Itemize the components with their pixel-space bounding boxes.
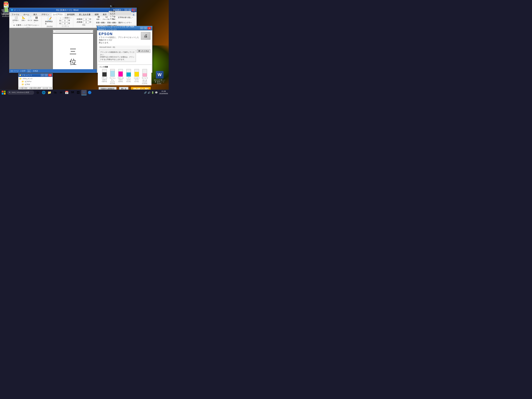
ribbon-group-label-page-setup: ページ設定 (22, 27, 30, 28)
fe-item-pictures[interactable]: 📁 ピクチャ (19, 80, 51, 83)
tab-file[interactable]: ファイル (9, 13, 21, 16)
taskbar-word-icon[interactable]: W (81, 90, 87, 95)
tab-layout[interactable]: レイアウト (51, 13, 65, 16)
taskbar-explorer-icon[interactable]: 📁 (47, 90, 52, 95)
epson-minimize-button[interactable]: ─ (140, 27, 143, 30)
status-lang: 日本語 (33, 70, 38, 72)
spacing-before-item: ↑段落前: 行 (76, 18, 91, 21)
fe-item-videos[interactable]: 📁 ビデオ (19, 83, 51, 86)
tab-insert[interactable]: 挿入 (31, 13, 39, 16)
ribbon-group-page-setup: ⬜ 文字切り→ 📐 方向→ 📄 サイズ ▤ (11, 17, 42, 27)
ink-bars: ブラック ICBK70ICBK70L ライトシアン ICLC70ICLC70L (99, 69, 150, 85)
taskbar-photos-icon[interactable]: 🖼 (76, 90, 81, 95)
ribbon-btn-arrange[interactable]: ⊞ 配置→ (96, 16, 101, 21)
ribbon-btn-original-paper[interactable]: 📝 原稿用紙設定 (45, 16, 54, 25)
ink-bar-light-cyan (110, 69, 115, 77)
ribbon-group-indent: ← ← 区切り→ 左: 字 右: 字 (58, 17, 73, 27)
ribbon-search[interactable]: 🔍 実行したい作業を入力してください (109, 11, 131, 14)
ribbon-btn-orientation[interactable]: 📐 方向→ (21, 16, 26, 24)
systray-network-icon[interactable]: 🔗 (144, 91, 147, 94)
taskbar-ie-icon[interactable]: 🔵 (87, 90, 92, 95)
systray-notification-icon[interactable]: 💬 (155, 91, 158, 94)
fe-maximize-button[interactable]: □ (44, 74, 48, 76)
taskbar: 🔍 WebとWindowsを検索 ⧉ 🌐 📁 🛍 ✉ 📅 🗺 🖼 W 🔵 🔗 🔊… (0, 89, 169, 95)
fe-close-button[interactable]: ✕ (48, 74, 52, 76)
epson-maximize-button[interactable]: □ (144, 27, 147, 30)
taskbar-mail-icon[interactable]: ✉ (58, 90, 64, 95)
taskbar-edge-icon[interactable]: 🌐 (41, 90, 46, 95)
system-tray: 🔗 🔊 🔋 💬 (143, 91, 158, 94)
ink-fill-magenta (119, 71, 123, 77)
spacing-before-input[interactable] (83, 18, 89, 21)
horizontal-ruler: || (53, 30, 93, 33)
epson-printer-image: 🖨 (141, 32, 151, 40)
ribbon-item-text-wrap[interactable]: 文字列の折り返し→ (118, 16, 133, 21)
file-explorer-body: 📁 ドキュメント 📁 ピクチャ 📁 ビデオ 📁 ミュージック (19, 77, 52, 87)
tab-home[interactable]: ホーム (21, 13, 31, 16)
document-page[interactable]: 三 位 (53, 34, 93, 70)
tab-view[interactable]: 表示 (101, 13, 109, 16)
spacing-after-input[interactable] (83, 21, 89, 24)
ribbon-btn-group[interactable]: ⊡ グループ化→ (102, 16, 111, 21)
taskbar-task-view[interactable]: ⧉ (35, 90, 40, 95)
ink-fill-cyan (127, 72, 131, 76)
fe-view-grid[interactable]: ⊞ (51, 87, 52, 89)
ribbon-btn-size[interactable]: 📄 サイズ (27, 16, 33, 24)
epson-header: EPSON ドライバーの設定と、プリンターにセットした用紙のサイズが異なります。… (99, 32, 151, 44)
share-button[interactable]: 👤 共有 (133, 9, 135, 16)
document-content: 三 位 (53, 34, 93, 70)
taskbar-search-placeholder: WebとWindowsを検索 (12, 91, 29, 94)
tab-references[interactable]: 参考資料 (65, 13, 77, 16)
ribbon-group-original-paper: 📝 原稿用紙設定 原稿用紙 (43, 17, 56, 27)
indent-right-input[interactable] (62, 22, 68, 25)
tab-design[interactable]: デザイン (39, 13, 51, 16)
ink-fill-black (102, 72, 107, 77)
ink-item-light-magenta: ライトマゼンタ ICLM70ICLM70L (141, 69, 148, 85)
systray-speaker-icon[interactable]: 🔊 (148, 91, 151, 94)
systray-battery-icon[interactable]: 🔋 (151, 91, 154, 94)
file-explorer: 📁 ドキュメント ─ □ ✕ 📁 ドキュメント 📁 ピクチャ (18, 73, 53, 89)
taskbar-calendar-icon[interactable]: 📅 (64, 90, 70, 95)
epson-sub-message: プリンターの画面表示に従って操作してください。 [印刷中止] が表示されている場… (99, 50, 136, 62)
ribbon-item-forward[interactable]: 前面へ移動→ (96, 21, 106, 24)
taskbar-store-icon[interactable]: 🛍 (52, 90, 58, 95)
fe-view-detail[interactable]: ≡ (49, 87, 50, 89)
taskbar-date-display: 2016/05/05 (159, 93, 168, 95)
desktop-icon-word-new[interactable]: W Microsoft 新しい環 使用コード20160... (153, 71, 166, 85)
ribbon-btn-columns[interactable]: ▤ 段組み→ (33, 16, 40, 24)
fe-tree-items: 📁 ドキュメント 📁 ピクチャ 📁 ビデオ 📁 ミュージック (19, 77, 52, 87)
taskbar-maps-icon[interactable]: 🗺 (70, 90, 75, 95)
ink-item-yellow: イエロー ICY70ICY70L (133, 69, 140, 85)
status-lang-icon: あ (27, 70, 31, 72)
ribbon-item-select-pane[interactable]: 選択ウィンドウ→ (118, 21, 132, 24)
fe-minimize-button[interactable]: ─ (41, 74, 44, 76)
epson-dialog-title: EPSONプリンタ−ウィンドウ!3 : EP-706A Series(ネットワー… (98, 25, 140, 31)
indent-right-item: 左: 字 (59, 19, 72, 22)
tab-review[interactable]: 校閲 (93, 13, 101, 16)
indent-left-input[interactable] (62, 19, 68, 22)
file-explorer-controls: ─ □ ✕ (41, 74, 52, 76)
fe-item-documents[interactable]: 📁 ドキュメント (19, 77, 51, 80)
ribbon-item-hyphenation[interactable]: ハイフネーション→ (24, 24, 39, 26)
ink-fill-light-cyan (110, 71, 115, 76)
epson-close-button[interactable]: ✕ (148, 27, 151, 30)
desktop: 📄 lyrics 📄 削除 📗 📁 📗 📁 (0, 0, 169, 95)
epson-printer-dialog: EPSONプリンタ−ウィンドウ!3 : EP-706A Series(ネットワー… (97, 26, 152, 73)
status-page: 1/1 ページ (11, 70, 19, 72)
ribbon-item-line-numbers[interactable]: ≡行番号→ (13, 24, 23, 26)
ribbon-item-backward[interactable]: 背面へ移動→ (107, 21, 118, 24)
ribbon-btn-margins[interactable]: ⬜ 文字切り→ (12, 16, 20, 24)
taskbar-search[interactable]: 🔍 WebとWindowsを検索 (7, 90, 34, 95)
windows-logo-icon (2, 91, 6, 95)
start-button[interactable] (1, 90, 6, 95)
file-explorer-title: 📁 ドキュメント (19, 74, 41, 76)
ribbon-btn-rotate[interactable]: ↻ 回転→ (112, 16, 117, 21)
ink-item-magenta: マゼンタ ICM70ICM70L (117, 69, 124, 85)
taskbar-clock[interactable]: 21:38 2016/05/05 (159, 90, 168, 95)
tab-mailings[interactable]: 差し込み文書 (77, 13, 93, 16)
taskbar-apps: 🌐 📁 🛍 ✉ 📅 🗺 🖼 W 🔵 (41, 90, 142, 95)
epson-help-button[interactable]: 困ったときは (137, 49, 151, 53)
epson-controls: ─ □ ✕ (140, 27, 151, 30)
indent-left-item: ← ← 区切り→ (59, 17, 72, 19)
word-new-icon-label: Microsoft 新しい環 使用コード20160... (153, 79, 166, 85)
